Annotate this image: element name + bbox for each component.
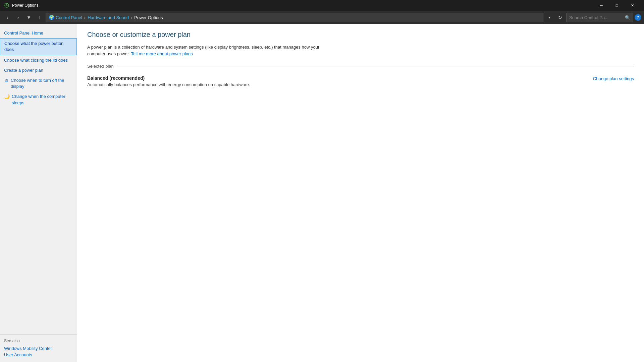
sidebar-link-mobility-center[interactable]: Windows Mobility Center <box>4 345 73 352</box>
refresh-button[interactable]: ↻ <box>555 13 565 22</box>
address-bar: ‹ › ▼ ↑ 🌍 Control Panel › Hardware and S… <box>0 11 644 24</box>
selected-plan-header: Selected plan <box>87 64 634 69</box>
window-controls: ─ □ ✕ <box>594 0 640 11</box>
breadcrumb-current: Power Options <box>134 15 163 20</box>
sidebar-home-label: Control Panel Home <box>4 30 43 36</box>
sidebar-create-plan-label: Create a power plan <box>4 67 43 73</box>
sidebar-item-computer-sleeps[interactable]: 🌙 Change when the computer sleeps <box>0 92 77 108</box>
main-container: Control Panel Home Choose what the power… <box>0 24 644 362</box>
plan-description: Automatically balances performance with … <box>87 82 593 87</box>
forward-button[interactable]: › <box>13 13 23 22</box>
breadcrumb-hardware-sound[interactable]: Hardware and Sound <box>88 15 129 20</box>
sidebar-nav: Control Panel Home Choose what the power… <box>0 24 77 112</box>
content-area: Choose or customize a power plan A power… <box>77 24 644 362</box>
sidebar-item-home[interactable]: Control Panel Home <box>0 28 77 38</box>
maximize-button[interactable]: □ <box>609 0 625 11</box>
sidebar-item-closing-lid[interactable]: Choose what closing the lid does <box>0 55 77 65</box>
address-field[interactable]: 🌍 Control Panel › Hardware and Sound › P… <box>46 13 543 22</box>
page-title: Choose or customize a power plan <box>87 31 634 39</box>
sidebar-item-create-plan[interactable]: Create a power plan <box>0 65 77 75</box>
see-also-label: See also <box>4 339 73 343</box>
sidebar-computer-sleeps-label: Change when the computer sleeps <box>12 94 73 106</box>
sidebar-closing-lid-label: Choose what closing the lid does <box>4 57 68 63</box>
description-text: A power plan is a collection of hardware… <box>87 44 322 57</box>
selected-plan-section: Selected plan Balanced (recommended) Aut… <box>87 64 634 90</box>
app-icon <box>4 3 9 8</box>
selected-plan-label: Selected plan <box>87 64 114 69</box>
plan-row: Balanced (recommended) Automatically bal… <box>87 73 634 90</box>
sidebar-footer: See also Windows Mobility Center User Ac… <box>0 334 77 362</box>
breadcrumb-icon: 🌍 <box>49 15 54 20</box>
minimize-button[interactable]: ─ <box>594 0 609 11</box>
learn-more-link[interactable]: Tell me more about power plans <box>131 51 193 56</box>
title-bar: Power Options ─ □ ✕ <box>0 0 644 11</box>
sleep-icon: 🌙 <box>4 94 10 100</box>
sidebar-turn-off-display-label: Choose when to turn off the display <box>11 77 73 89</box>
sidebar-item-power-button[interactable]: Choose what the power button does <box>0 38 77 55</box>
dropdown-button[interactable]: ▾ <box>545 13 554 22</box>
search-box[interactable]: Search Control Pa... 🔍 <box>566 13 633 22</box>
close-button[interactable]: ✕ <box>625 0 640 11</box>
back-button[interactable]: ‹ <box>3 13 12 22</box>
sidebar-power-button-label: Choose what the power button does <box>4 41 72 53</box>
help-button[interactable]: ? <box>635 14 641 21</box>
change-plan-settings-link[interactable]: Change plan settings <box>593 75 634 81</box>
display-icon: 🖥 <box>4 77 9 84</box>
plan-info: Balanced (recommended) Automatically bal… <box>87 75 593 87</box>
sidebar-link-user-accounts[interactable]: User Accounts <box>4 352 73 358</box>
up-button[interactable]: ↑ <box>35 13 44 22</box>
search-icon: 🔍 <box>625 15 630 20</box>
sidebar-item-turn-off-display[interactable]: 🖥 Choose when to turn off the display <box>0 75 77 92</box>
recent-button[interactable]: ▼ <box>24 13 34 22</box>
breadcrumb-control-panel[interactable]: Control Panel <box>56 15 82 20</box>
window-title: Power Options <box>12 3 594 8</box>
plan-name: Balanced (recommended) <box>87 75 593 81</box>
sidebar: Control Panel Home Choose what the power… <box>0 24 77 362</box>
search-placeholder: Search Control Pa... <box>569 15 625 20</box>
